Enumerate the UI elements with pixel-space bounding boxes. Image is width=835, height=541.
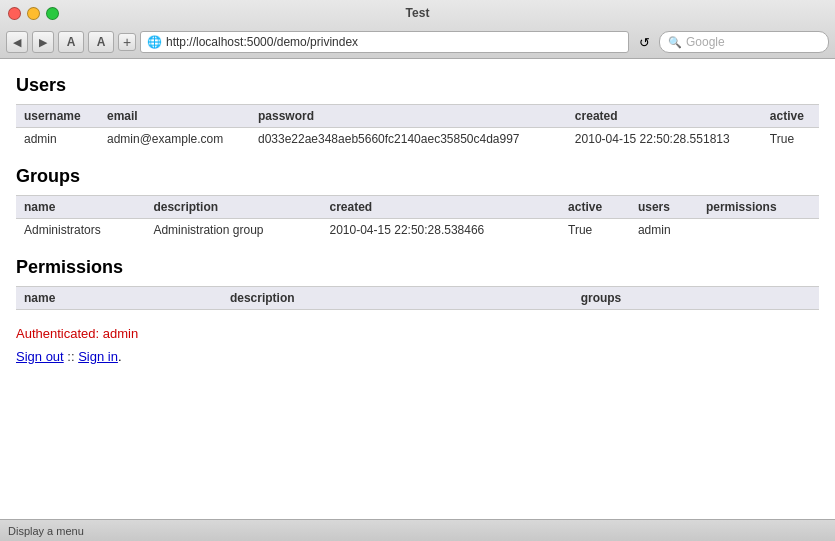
perm-col-groups: groups <box>573 287 819 310</box>
groups-col-description: description <box>145 196 321 219</box>
window-controls <box>8 7 59 20</box>
users-col-created: created <box>567 105 762 128</box>
group-created: 2010-04-15 22:50:28.538466 <box>321 219 560 242</box>
browser-chrome: Test ◀ ▶ A A + 🌐 http://localhost:5000/d… <box>0 0 835 59</box>
title-bar: Test <box>0 0 835 26</box>
user-password: d033e22ae348aeb5660fc2140aec35850c4da997 <box>250 128 567 151</box>
url-favicon: 🌐 <box>147 35 162 49</box>
sign-in-link[interactable]: Sign in <box>78 349 118 364</box>
sign-links: Sign out :: Sign in. <box>16 349 819 364</box>
group-active: True <box>560 219 630 242</box>
user-created: 2010-04-15 22:50:28.551813 <box>567 128 762 151</box>
perm-col-description: description <box>222 287 573 310</box>
add-tab-button[interactable]: + <box>118 33 136 51</box>
groups-table: name description created active users pe… <box>16 195 819 241</box>
nav-bar: ◀ ▶ A A + 🌐 http://localhost:5000/demo/p… <box>0 26 835 58</box>
groups-col-active: active <box>560 196 630 219</box>
groups-heading: Groups <box>16 166 819 187</box>
user-email: admin@example.com <box>99 128 250 151</box>
url-text: http://localhost:5000/demo/privindex <box>166 35 358 49</box>
permissions-table-header: name description groups <box>16 287 819 310</box>
users-col-email: email <box>99 105 250 128</box>
minimize-button[interactable] <box>27 7 40 20</box>
sign-in-suffix: . <box>118 349 122 364</box>
back-button[interactable]: ◀ <box>6 31 28 53</box>
sign-out-link[interactable]: Sign out <box>16 349 64 364</box>
permissions-heading: Permissions <box>16 257 819 278</box>
auth-status: Authenticated: admin <box>16 326 819 341</box>
perm-col-name: name <box>16 287 222 310</box>
search-bar[interactable]: 🔍 Google <box>659 31 829 53</box>
users-col-username: username <box>16 105 99 128</box>
users-col-active: active <box>762 105 819 128</box>
users-table-body: admin admin@example.com d033e22ae348aeb5… <box>16 128 819 151</box>
table-row: Administrators Administration group 2010… <box>16 219 819 242</box>
search-icon: 🔍 <box>668 36 682 49</box>
maximize-button[interactable] <box>46 7 59 20</box>
users-table-header: username email password created active <box>16 105 819 128</box>
table-row: admin admin@example.com d033e22ae348aeb5… <box>16 128 819 151</box>
reload-button[interactable]: ↺ <box>633 31 655 53</box>
group-users: admin <box>630 219 698 242</box>
link-separator: :: <box>67 349 78 364</box>
groups-table-header: name description created active users pe… <box>16 196 819 219</box>
group-name: Administrators <box>16 219 145 242</box>
groups-col-users: users <box>630 196 698 219</box>
groups-table-body: Administrators Administration group 2010… <box>16 219 819 242</box>
text-size-large[interactable]: A <box>88 31 114 53</box>
search-placeholder: Google <box>686 35 725 49</box>
close-button[interactable] <box>8 7 21 20</box>
user-active: True <box>762 128 819 151</box>
groups-col-permissions: permissions <box>698 196 819 219</box>
users-heading: Users <box>16 75 819 96</box>
group-description: Administration group <box>145 219 321 242</box>
window-title: Test <box>406 6 430 20</box>
page-content: Users username email password created ac… <box>0 59 835 509</box>
group-permissions <box>698 219 819 242</box>
groups-col-name: name <box>16 196 145 219</box>
groups-col-created: created <box>321 196 560 219</box>
users-table: username email password created active a… <box>16 104 819 150</box>
user-username: admin <box>16 128 99 151</box>
permissions-table: name description groups <box>16 286 819 310</box>
url-bar[interactable]: 🌐 http://localhost:5000/demo/privindex <box>140 31 629 53</box>
text-size-small[interactable]: A <box>58 31 84 53</box>
forward-button[interactable]: ▶ <box>32 31 54 53</box>
users-col-password: password <box>250 105 567 128</box>
